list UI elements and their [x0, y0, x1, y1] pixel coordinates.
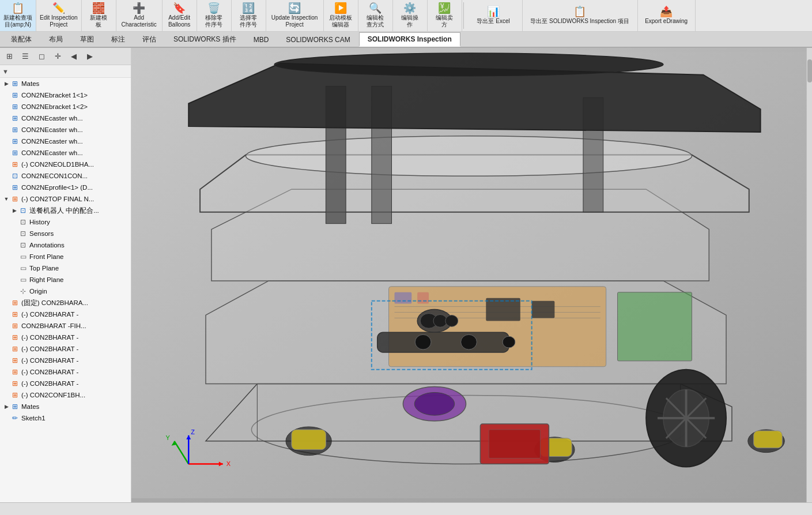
icon-sensors: ⊡: [18, 229, 28, 238]
tree-item-con2bharat5[interactable]: ⊞ (-) CON2BHARAT -: [0, 366, 131, 378]
panel-icon-list[interactable]: ☰: [18, 50, 32, 63]
expander-con2ne-bracket2: [2, 103, 10, 111]
edit-check-method-button[interactable]: 🔍 编辑检查方式: [358, 0, 393, 31]
tab-mbd[interactable]: MBD: [245, 33, 278, 46]
tree-item-con2top-final[interactable]: ▼ ⊞ (-) CON2TOP FINAL N...: [0, 193, 131, 205]
icon-history: ⊡: [18, 217, 28, 227]
label-con2bharat-fih: CON2BHARAT -FIH...: [21, 322, 86, 329]
tree-item-con2ne-bracket1[interactable]: ⊞ CON2NEbracket 1<1>: [0, 89, 131, 101]
tree-item-annotations[interactable]: ⊡ Annotations: [0, 239, 131, 251]
edit-sell-button[interactable]: 💹 编辑卖方: [428, 0, 462, 31]
label-con2bharat3: (-) CON2BHARAT -: [21, 345, 78, 352]
panel-icon-prev[interactable]: ◀: [67, 50, 81, 63]
tree-item-con2ne-bracket2[interactable]: ⊞ CON2NEbracket 1<2>: [0, 101, 131, 112]
icon-food-robot: ⊡: [18, 206, 28, 215]
update-inspection-button[interactable]: 🔄 Update InspectionProject: [266, 0, 324, 31]
scrollbar-thumb[interactable]: [807, 59, 812, 82]
tab-assembly[interactable]: 装配体: [2, 32, 40, 47]
export-edrawing-button[interactable]: 📤 Export eDrawing: [638, 0, 696, 31]
svg-point-24: [461, 334, 477, 349]
panel-icon-square[interactable]: ◻: [35, 50, 48, 63]
tree-item-sensors[interactable]: ⊡ Sensors: [0, 228, 131, 239]
add-edit-balloons-button[interactable]: 🔖 Add/EditBalloons: [163, 0, 197, 31]
icon-con2bharat-fih: ⊞: [10, 321, 20, 330]
export-solidworks-button[interactable]: 📋 导出至 SOLIDWORKS Inspection 项目: [523, 0, 638, 31]
tree-item-con2bhara-fixed[interactable]: ⊞ (固定) CON2BHARA...: [0, 297, 131, 309]
new-build-button[interactable]: 🧱 新建模板: [82, 0, 116, 31]
panel-icon-next[interactable]: ▶: [83, 50, 97, 63]
tree-item-con2bharat4[interactable]: ⊞ (-) CON2BHARAT -: [0, 355, 131, 366]
launch-template-icon: ▶️: [334, 3, 347, 13]
tree-item-mates-top[interactable]: ▶ ⊞ Mates: [0, 78, 131, 89]
tree-item-con2ne-caster4[interactable]: ⊞ CON2NEcaster wh...: [0, 147, 131, 159]
icon-mates-top: ⊞: [10, 79, 20, 88]
left-panel: ⊞ ☰ ◻ ✛ ◀ ▶ ▼ ▶ ⊞ Mates ⊞ CON2NEbracket …: [0, 48, 131, 502]
tree-item-top-plane[interactable]: ▭ Top Plane: [0, 262, 131, 274]
edit-inspection-button[interactable]: ✏️ Edit InspectionProject: [36, 0, 82, 31]
expander-con2ne-caster1: [2, 114, 10, 122]
tree-item-con2conf1bh[interactable]: ⊞ (-) CON2CONF1BH...: [0, 389, 131, 401]
remove-part-num-button[interactable]: 🗑️ 移除零件序号: [197, 0, 232, 31]
tree-item-con2ne-con1[interactable]: ⊡ CON2NECON1CON...: [0, 170, 131, 182]
add-edit-balloons-label: Add/EditBalloons: [168, 14, 190, 28]
tree-item-con2ne-profile[interactable]: ⊞ CON2NEprofile<1> (D...: [0, 182, 131, 193]
tab-layout[interactable]: 布局: [40, 32, 71, 47]
expander-con2ne-old1: [2, 160, 10, 168]
svg-rect-22: [377, 332, 509, 352]
expander-food-robot[interactable]: ▶: [10, 206, 18, 215]
launch-template-button[interactable]: ▶️ 启动模板编辑器: [324, 0, 358, 31]
label-con2ne-caster4: CON2NEcaster wh...: [21, 149, 83, 156]
3d-model-view: X Y Z: [131, 48, 806, 502]
svg-point-23: [415, 334, 431, 349]
tab-sketch[interactable]: 草图: [71, 32, 103, 47]
svg-rect-33: [292, 430, 326, 450]
tree-item-right-plane[interactable]: ▭ Right Plane: [0, 274, 131, 285]
tree-item-sketch1[interactable]: ✏ Sketch1: [0, 412, 131, 424]
tree-item-history[interactable]: ⊡ History: [0, 216, 131, 228]
tree-item-con2ne-caster1[interactable]: ⊞ CON2NEcaster wh...: [0, 112, 131, 124]
icon-sketch1: ✏: [10, 413, 20, 423]
select-part-num-button[interactable]: 🔢 选择零件序号: [232, 0, 266, 31]
tree-item-con2ne-caster3[interactable]: ⊞ CON2NEcaster wh...: [0, 136, 131, 147]
expander-mates-bottom[interactable]: ▶: [2, 403, 10, 411]
tree-item-con2ne-old1[interactable]: ⊞ (-) CON2NEOLD1BHA...: [0, 159, 131, 170]
tab-sw-cam[interactable]: SOLIDWORKS CAM: [277, 33, 358, 46]
tree-item-mates-bottom[interactable]: ▶ ⊞ Mates: [0, 401, 131, 412]
expander-right-plane: [10, 276, 18, 284]
expander-con2ne-bracket1: [2, 91, 10, 99]
tab-sw-plugins[interactable]: SOLIDWORKS 插件: [165, 32, 245, 47]
label-mates-bottom: Mates: [21, 403, 39, 410]
panel-icon-grid[interactable]: ⊞: [2, 50, 16, 63]
tree-item-con2bharat3[interactable]: ⊞ (-) CON2BHARAT -: [0, 343, 131, 355]
main-area: ⊞ ☰ ◻ ✛ ◀ ▶ ▼ ▶ ⊞ Mates ⊞ CON2NEbracket …: [0, 48, 812, 502]
export-excel-button[interactable]: 📊 导出至 Excel: [465, 0, 523, 31]
expander-sketch1: [2, 414, 10, 422]
tree-item-front-plane[interactable]: ▭ Front Plane: [0, 251, 131, 262]
tree-item-con2bharat6[interactable]: ⊞ (-) CON2BHARAT -: [0, 378, 131, 389]
expander-front-plane: [10, 253, 18, 261]
tree-item-con2bharat-fih[interactable]: ⊞ CON2BHARAT -FIH...: [0, 320, 131, 332]
expander-mates-top[interactable]: ▶: [2, 80, 10, 88]
tab-annotation[interactable]: 标注: [103, 32, 134, 47]
tree-item-food-robot[interactable]: ▶ ⊡ 送餐机器人 中的配合...: [0, 205, 131, 216]
tree-item-con2bharat2[interactable]: ⊞ (-) CON2BHARAT -: [0, 332, 131, 343]
tree-item-con2bharat1[interactable]: ⊞ (-) CON2BHARAT -: [0, 309, 131, 320]
edit-operation-button[interactable]: ⚙️ 编辑操作: [393, 0, 428, 31]
tab-evaluation[interactable]: 评估: [134, 32, 165, 47]
new-inspection-button[interactable]: 📋 新建检查项目(amp;N): [0, 0, 36, 31]
panel-icon-cross[interactable]: ✛: [51, 50, 65, 63]
viewport[interactable]: X Y Z: [131, 48, 806, 502]
export-solidworks-label: 导出至 SOLIDWORKS Inspection 项目: [530, 18, 629, 25]
tree-item-origin[interactable]: ⊹ Origin: [0, 285, 131, 297]
tab-sw-inspection[interactable]: SOLIDWORKS Inspection: [359, 32, 460, 47]
tree-item-con2ne-caster2[interactable]: ⊞ CON2NEcaster wh...: [0, 124, 131, 136]
expander-con2top-final[interactable]: ▼: [2, 195, 10, 203]
label-con2ne-old1: (-) CON2NEOLD1BHA...: [21, 161, 94, 168]
vertical-scrollbar[interactable]: [806, 48, 812, 502]
label-con2conf1bh: (-) CON2CONF1BH...: [21, 392, 85, 399]
icon-con2ne-bracket2: ⊞: [10, 102, 20, 111]
edit-inspection-label: Edit InspectionProject: [40, 14, 78, 28]
label-con2bharat5: (-) CON2BHARAT -: [21, 369, 78, 375]
add-characteristic-button[interactable]: ➕ AddCharacteristic: [116, 0, 163, 31]
label-con2ne-profile: CON2NEprofile<1> (D...: [21, 184, 93, 191]
